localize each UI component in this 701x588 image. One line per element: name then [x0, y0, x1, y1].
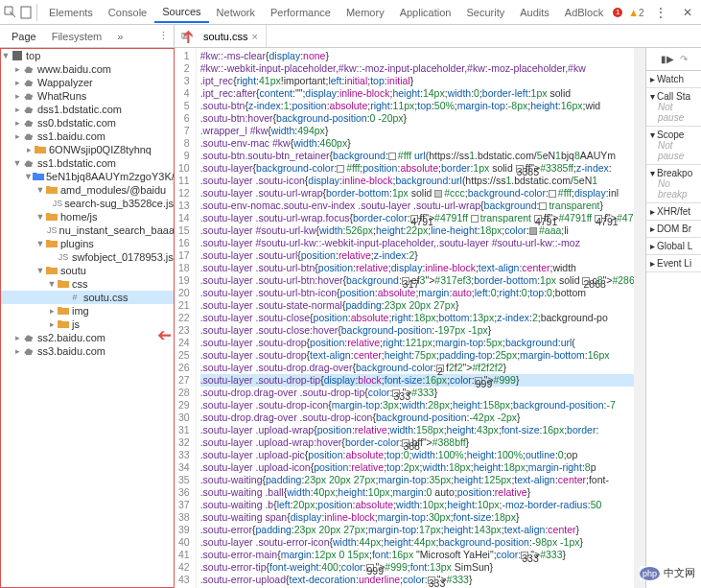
step-over-icon[interactable]: ↷	[680, 54, 688, 64]
tree-item[interactable]: ▼css	[1, 277, 174, 291]
code-line[interactable]: #kw::-ms-clear{display:none}	[200, 50, 634, 62]
code-editor[interactable]: 1234567891011121314151617181920212223242…	[175, 48, 634, 588]
tree-item[interactable]: ▸WhatRuns	[1, 89, 174, 103]
tree-item[interactable]: ▸dss1.bdstatic.com	[1, 103, 174, 116]
top-tab-network[interactable]: Network	[209, 3, 263, 22]
top-tab-adblock[interactable]: AdBlock	[557, 3, 611, 22]
code-line[interactable]: .soutu-error-main{margin:12px 0 15px;fon…	[200, 549, 634, 561]
tree-item[interactable]: ▼5eN1bjq8AAUYm2zgoY3K/r/	[1, 170, 174, 183]
tree-item[interactable]: JSsearch-sug_b3528ce.js	[1, 197, 174, 210]
tree-item[interactable]: ▼amd_modules/@baidu	[1, 183, 174, 197]
code-line[interactable]: .soutu-waiting .b{left:20px;position:abs…	[200, 499, 634, 511]
code-line[interactable]: #kw::-webkit-input-placeholder,#kw::-moz…	[200, 62, 634, 75]
tree-item[interactable]: ▼plugins	[1, 237, 174, 250]
code-line[interactable]: .soutu-layer .upload-pic{position:absolu…	[200, 449, 634, 461]
code-line[interactable]: .soutu-error-upload{text-decoration:unde…	[200, 574, 634, 586]
code-line[interactable]: .soutu-layer .soutu-url-wrap{border-bott…	[200, 187, 634, 200]
top-tab-performance[interactable]: Performance	[263, 3, 339, 22]
code-line[interactable]: .soutu-layer .soutu-error-icon{width:44p…	[200, 536, 634, 549]
code-line[interactable]: .soutu-drop.drag-over .soutu-drop-tip{co…	[200, 387, 634, 399]
tree-item[interactable]: ▸www.baidu.com	[1, 62, 174, 76]
scope-section[interactable]: ▾Scope	[650, 129, 697, 140]
code-line[interactable]: .soutu-error-tip{font-weight:400;color:9…	[200, 561, 634, 574]
tree-item[interactable]: ▸ss3.baidu.com	[1, 344, 174, 358]
close-devtools-icon[interactable]: ✕	[677, 2, 698, 23]
code-line[interactable]: .soutu-btn.soutu-btn_retainer{background…	[200, 150, 634, 162]
top-tab-security[interactable]: Security	[458, 3, 512, 22]
code-line[interactable]: .soutu-layer #soutu-url-kw::-webkit-inpu…	[200, 237, 634, 249]
tree-item[interactable]: JSswfobject_0178953.js	[1, 250, 174, 264]
code-line[interactable]: .soutu-layer .soutu-icon{display:inline-…	[200, 175, 634, 187]
tree-root[interactable]: ▼ top	[1, 49, 174, 62]
code-line[interactable]: .soutu-layer .upload-wrap{position:relat…	[200, 424, 634, 436]
settings-icon[interactable]: ⋮	[650, 2, 671, 23]
code-line[interactable]: .soutu-layer .soutu-drop{position:relati…	[200, 337, 634, 349]
tree-item[interactable]: #soutu.css	[1, 291, 174, 304]
tree-item[interactable]: ▸ss1.baidu.com	[1, 129, 174, 143]
code-line[interactable]: .soutu-layer .soutu-drop{text-align:cent…	[200, 349, 634, 362]
code-line[interactable]: .soutu-layer .soutu-state-normal{padding…	[200, 299, 634, 312]
code-line[interactable]: .soutu-waiting .ball{width:40px;height:1…	[200, 486, 634, 499]
tree-item[interactable]: ▸ss0.bdstatic.com	[1, 116, 174, 129]
code-line[interactable]: .soutu-layer .soutu-drop-tip{display:blo…	[200, 374, 634, 387]
inspect-icon[interactable]	[4, 2, 17, 23]
device-icon[interactable]	[19, 2, 33, 23]
code-line[interactable]: .soutu-btn{z-index:1;position:absolute;r…	[200, 100, 634, 112]
tree-item[interactable]: ▼ss1.bdstatic.com	[1, 156, 174, 170]
code-line[interactable]: .soutu-layer .soutu-drop.drag-over{backg…	[200, 362, 634, 374]
tree-item[interactable]: ▼soutu	[1, 264, 174, 277]
code-line[interactable]: .soutu-layer .soutu-url-wrap.focus{borde…	[200, 212, 634, 224]
xhr-section[interactable]: ▸XHR/fet	[650, 206, 697, 217]
code-line[interactable]: .soutu-error{padding:23px 20px 27px;marg…	[200, 524, 634, 536]
global-section[interactable]: ▸Global L	[650, 241, 697, 251]
warning-count-icon[interactable]: ▲2	[628, 7, 643, 18]
code-line[interactable]: .soutu-layer #soutu-url-kw{width:526px;h…	[200, 224, 634, 237]
code-line[interactable]: .soutu-layer .upload-wrap:hover{border-c…	[200, 436, 634, 449]
code-line[interactable]: .soutu-waiting span{display:inline-block…	[200, 511, 634, 524]
breakpoints-section[interactable]: ▾Breakpo	[650, 168, 697, 178]
top-tab-sources[interactable]: Sources	[154, 2, 208, 23]
tree-item[interactable]: JSnu_instant_search_baaa5	[1, 223, 174, 237]
code-line[interactable]: .soutu-env-mac #kw{width:460px}	[200, 137, 634, 150]
top-tab-console[interactable]: Console	[101, 3, 154, 22]
pause-icon[interactable]: ▮▶	[661, 54, 674, 64]
file-navigator[interactable]: ▼ top ▸www.baidu.com▸Wappalyzer▸WhatRuns…	[0, 48, 175, 588]
tree-item[interactable]: ▼home/js	[1, 210, 174, 223]
code-line[interactable]: .soutu-layer .soutu-url-btn-icon{positio…	[200, 287, 634, 299]
code-line[interactable]: .soutu-drop.drag-over .soutu-drop-icon{b…	[200, 412, 634, 424]
tree-item[interactable]: ▸6ONWsjip0QIZ8tyhnq	[1, 143, 174, 156]
filesystem-tab[interactable]: Filesystem	[46, 29, 108, 44]
code-line[interactable]: .soutu-layer .soutu-url{position:relativ…	[200, 249, 634, 262]
event-section[interactable]: ▸Event Li	[650, 258, 697, 269]
editor-scrollbar[interactable]	[634, 48, 645, 588]
code-line[interactable]: .soutu-layer .soutu-close{position:absol…	[200, 312, 634, 324]
code-line[interactable]: .soutu-layer .soutu-url-btn{position:rel…	[200, 262, 634, 274]
code-line[interactable]: .soutu-layer .soutu-drop-icon{margin-top…	[200, 399, 634, 412]
code-line[interactable]: .soutu-waiting{padding:23px 20px 27px;ma…	[200, 474, 634, 486]
code-line[interactable]: .ipt_rec{right:41px!important;left:initi…	[200, 75, 634, 87]
code-line[interactable]: .soutu-layer{background-color:#fff;posit…	[200, 162, 634, 175]
close-file-icon[interactable]: ×	[251, 31, 257, 42]
code-line[interactable]: .soutu-layer .soutu-url-btn:hover{backgr…	[200, 274, 634, 287]
dom-section[interactable]: ▸DOM Br	[650, 223, 697, 234]
code-line[interactable]: .soutu-btn:hover{background-position:0 -…	[200, 112, 634, 125]
tree-item[interactable]: ▸ss2.baidu.com	[1, 331, 174, 344]
error-count-icon[interactable]: 1	[613, 8, 622, 17]
top-tab-elements[interactable]: Elements	[41, 3, 101, 22]
top-tab-memory[interactable]: Memory	[339, 3, 392, 22]
page-tab[interactable]: Page	[6, 29, 42, 44]
code-line[interactable]: .wrapper_l #kw{width:494px}	[200, 125, 634, 137]
panel-menu-icon[interactable]: ⋮	[152, 26, 174, 47]
tree-item[interactable]: ▸img	[1, 304, 174, 318]
code-line[interactable]: .ipt_rec:after{content:"";display:inline…	[200, 87, 634, 100]
callstack-section[interactable]: ▾Call Sta	[650, 91, 697, 102]
top-tab-application[interactable]: Application	[392, 3, 459, 22]
tree-item[interactable]: ▸Wappalyzer	[1, 76, 174, 89]
code-line[interactable]: .soutu-env-nomac.soutu-env-index .soutu-…	[200, 200, 634, 212]
more-tabs-button[interactable]: »	[111, 29, 129, 44]
tree-item[interactable]: ▸js	[1, 318, 174, 331]
code-line[interactable]: .soutu-layer .upload-icon{position:relat…	[200, 461, 634, 474]
code-line[interactable]: .soutu-layer .soutu-close:hover{backgrou…	[200, 324, 634, 337]
top-tab-audits[interactable]: Audits	[512, 3, 557, 22]
watch-section[interactable]: ▸Watch	[650, 74, 697, 84]
